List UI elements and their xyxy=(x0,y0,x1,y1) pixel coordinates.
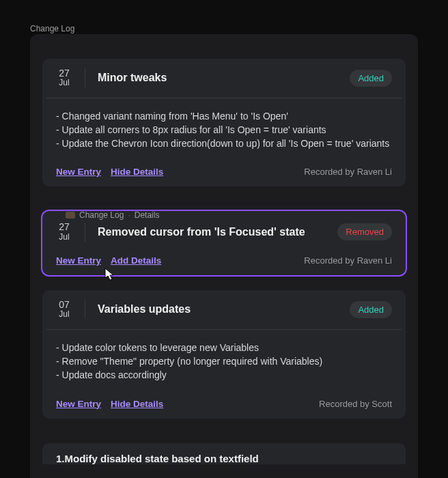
breadcrumb-item[interactable]: Details xyxy=(135,210,160,220)
divider xyxy=(85,223,85,242)
component-icon xyxy=(66,212,75,219)
entry-date: 27 Jul xyxy=(56,68,72,88)
divider xyxy=(85,300,85,319)
status-badge: Removed xyxy=(337,223,392,240)
entry-title: Minor tweaks xyxy=(98,72,337,84)
breadcrumb: Change Log · Details xyxy=(66,210,159,220)
date-day: 27 xyxy=(59,222,70,232)
date-day: 07 xyxy=(59,300,70,310)
breadcrumb-item[interactable]: Change Log xyxy=(79,210,124,220)
entry-title: Variables updates xyxy=(98,303,337,315)
entry-body: - Update color tokens to leverage new Va… xyxy=(42,330,406,392)
status-badge: Added xyxy=(350,301,392,318)
recorded-by: Recorded by Scott xyxy=(319,399,392,409)
new-entry-link[interactable]: New Entry xyxy=(56,167,101,177)
recorded-by: Recorded by Raven Li xyxy=(304,167,392,177)
date-month: Jul xyxy=(59,79,69,87)
date-month: Jul xyxy=(59,310,69,319)
entry-date: 07 Jul xyxy=(56,300,72,320)
hide-details-link[interactable]: Hide Details xyxy=(111,167,163,177)
recorded-by: Recorded by Raven Li xyxy=(304,255,392,266)
entry-header: 27 Jul Minor tweaks Added xyxy=(42,59,406,98)
changelog-entry[interactable]: 27 Jul Minor tweaks Added - Changed vari… xyxy=(42,59,406,186)
entry-body: - Changed variant naming from 'Has Menu'… xyxy=(42,98,406,160)
changelog-container: 27 Jul Minor tweaks Added - Changed vari… xyxy=(30,34,418,478)
divider xyxy=(85,68,85,87)
entry-title: Removed cursor from 'Is Focused' state xyxy=(98,226,325,238)
date-day: 27 xyxy=(59,68,70,79)
entry-footer: New Entry Add Details Recorded by Raven … xyxy=(42,249,406,275)
page-title: Change Log xyxy=(30,24,74,33)
new-entry-link[interactable]: New Entry xyxy=(56,399,101,409)
entry-footer: New Entry Hide Details Recorded by Raven… xyxy=(42,160,406,186)
hide-details-link[interactable]: Hide Details xyxy=(111,399,163,409)
breadcrumb-separator: · xyxy=(128,210,130,220)
changelog-entry[interactable]: 27 Jul Removed cursor from 'Is Focused' … xyxy=(42,211,406,275)
new-entry-link[interactable]: New Entry xyxy=(56,255,101,266)
changelog-entry-partial[interactable]: 1.Modify disabled state based on textfie… xyxy=(42,443,406,464)
status-badge: Added xyxy=(350,70,392,87)
add-details-link[interactable]: Add Details xyxy=(111,255,161,266)
changelog-entry[interactable]: 07 Jul Variables updates Added - Update … xyxy=(42,290,406,418)
entry-header: 07 Jul Variables updates Added xyxy=(42,290,406,329)
entry-title: 1.Modify disabled state based on textfie… xyxy=(56,453,392,464)
entry-date: 27 Jul xyxy=(56,222,72,242)
date-month: Jul xyxy=(59,233,69,242)
entry-footer: New Entry Hide Details Recorded by Scott xyxy=(42,392,406,419)
